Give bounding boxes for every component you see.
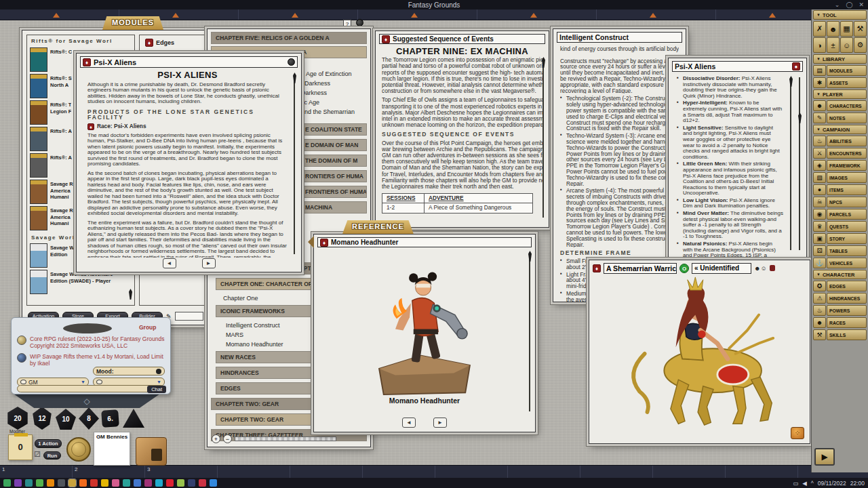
sidebar-item-parcels[interactable]: ◉PARCELS [813, 209, 867, 220]
close-knob-icon[interactable] [356, 19, 363, 26]
sidebar-item-tables[interactable]: ⚄TABLES [813, 245, 867, 256]
vertical-scrollbar[interactable] [790, 77, 791, 250]
taskbar-app-icon[interactable] [14, 479, 22, 487]
sidebar-item-notes[interactable]: ✎NOTES [813, 113, 867, 123]
sidebar-item-npcs[interactable]: ☠NPCS [813, 197, 867, 207]
minimize-icon[interactable]: ⌄ [835, 0, 840, 9]
taskbar-app-icon[interactable] [210, 479, 217, 487]
maximize-icon[interactable]: ◯ [846, 0, 852, 9]
taskbar-app-icon[interactable] [90, 479, 98, 487]
sidebar-expand-button[interactable]: ▶ [814, 448, 835, 466]
gm-bennies-card[interactable]: GM Bennies [94, 432, 130, 466]
sidebar-item-characters[interactable]: ☻CHARACTERS [813, 100, 867, 111]
sidebar-item-quests[interactable]: ♛QUESTS [813, 221, 867, 232]
toc-chapter-band[interactable]: CHAPTER FIVE: RELICS OF A GOLDEN A [211, 32, 367, 44]
taskbar-app-icon[interactable] [36, 479, 43, 487]
sidebar-item-powers[interactable]: ♨POWERS [813, 305, 867, 316]
hotbar-bottom[interactable]: 1 2 3 [0, 465, 868, 478]
prev-page-button[interactable]: ◄ [402, 418, 416, 428]
sidebar-item-story[interactable]: ▣STORY [813, 233, 867, 244]
sidebar-section-character[interactable]: ▼CHARACTER [813, 270, 867, 279]
gear-icon[interactable]: ⚙ [854, 37, 867, 53]
modifier-box[interactable]: 0 [8, 434, 33, 460]
taskbar-app-icon[interactable] [144, 479, 152, 487]
sidebar-item-items[interactable]: ●ITEMS [813, 184, 867, 195]
table-cell[interactable]: A Piece of Something Dangerous [425, 203, 533, 213]
vertical-scrollbar[interactable] [529, 252, 530, 411]
close-knob-icon[interactable] [288, 58, 295, 66]
zoom-out-button[interactable]: − [223, 434, 232, 443]
party-icon[interactable]: ☻ [827, 21, 840, 37]
tab-reference[interactable]: REFERENCE [342, 220, 414, 234]
close-icon[interactable]: ✕ [859, 0, 864, 9]
taskbar-app-icon[interactable] [155, 479, 163, 487]
run-button[interactable]: Run [43, 451, 61, 460]
sidebar-item-framework[interactable]: ◈FRAMEWORK [813, 160, 867, 171]
sidebar-item-modules[interactable]: ▤MODULES [813, 65, 867, 76]
taskbar-app-icon[interactable] [58, 479, 65, 487]
chat-entry-input[interactable] [17, 385, 165, 392]
module-list-item[interactable]: Savage Worlds Adventure Edition (SWADE) … [30, 270, 132, 294]
zoom-in-button[interactable]: + [212, 434, 220, 443]
sidebar-section-library[interactable]: ▼LIBRARY [813, 54, 867, 64]
taskbar-app-icon[interactable] [112, 479, 119, 487]
taskbar-app-icon[interactable] [166, 479, 174, 487]
sidebar-section-player[interactable]: ▼PLAYER [813, 89, 867, 99]
sidebar-item-hindrances[interactable]: ⚠HINDRANCES [813, 293, 867, 304]
taskbar-app-icon[interactable] [47, 479, 54, 487]
resize-grip-icon[interactable]: ⁘ [791, 427, 804, 439]
taskbar-app-icon-active[interactable] [68, 479, 76, 487]
chat-tray-icon[interactable]: ▭ [793, 480, 798, 487]
sidebar-item-assets[interactable]: ✱ASSETS [813, 77, 867, 88]
sidebar-item-edges[interactable]: ✪EDGES [813, 281, 867, 291]
taskbar-app-icon[interactable] [199, 479, 206, 487]
tray-expand-icon[interactable]: ^ [811, 480, 814, 487]
sidebar-item-encounters[interactable]: ⚔ENCOUNTERS [813, 148, 867, 159]
tab-modules[interactable]: MODULES [102, 16, 163, 30]
taskbar-app-icon[interactable] [134, 479, 141, 487]
modifier-icon[interactable]: ± [827, 37, 840, 53]
d6-die[interactable]: 6. [101, 409, 119, 428]
volume-icon[interactable]: ◀ [802, 480, 807, 487]
prev-page-button[interactable]: ◄ [163, 258, 176, 268]
benny-coin[interactable] [66, 437, 91, 462]
npc-name-field[interactable]: A Shemarrian Warric [604, 263, 677, 274]
taskbar-app-icon[interactable] [177, 479, 184, 487]
help-button[interactable]: ? [343, 20, 351, 28]
sidebar-item-races[interactable]: ☻RACES [813, 317, 867, 328]
sidebar-item-images[interactable]: ▧IMAGES [813, 172, 867, 183]
taskbar-app-icon[interactable] [25, 479, 33, 487]
sidebar-section-campaign[interactable]: ▼CAMPAIGN [813, 125, 867, 134]
wrench-icon[interactable]: ⚒ [854, 21, 867, 37]
effects-icon[interactable]: ☺ [840, 37, 853, 53]
palette-icon[interactable]: ◑ [813, 37, 826, 53]
race-link[interactable]: ♦ Race: Psi-X Aliens [87, 123, 288, 130]
calendar-icon[interactable]: ▦ [840, 21, 853, 37]
mood-input[interactable]: Mood: [93, 367, 165, 375]
vertical-scrollbar[interactable] [542, 58, 544, 218]
next-page-button[interactable]: ► [202, 258, 216, 268]
sidebar-item-abilities[interactable]: ♨ABILITIES [813, 136, 867, 146]
sidebar-section-tool[interactable]: ▼TOOL [813, 10, 867, 20]
card-shoe[interactable] [136, 437, 167, 466]
vertical-scrollbar[interactable] [294, 74, 295, 254]
module-search-input[interactable] [175, 312, 203, 321]
taskbar-app-icon[interactable] [188, 479, 195, 487]
taskbar-app-icon[interactable] [3, 479, 11, 487]
chat-tab[interactable]: Chat [147, 386, 166, 393]
lock-icon[interactable]: ● [792, 62, 800, 70]
vertical-scrollbar[interactable] [799, 77, 800, 250]
sidebar-item-vehicles[interactable]: ⚓VEHICLES [813, 258, 867, 268]
sidebar-item-skills[interactable]: ⚒SKILLS [813, 329, 867, 340]
lock-icon[interactable] [770, 265, 775, 271]
taskbar-app-icon[interactable] [101, 479, 108, 487]
faces-icon[interactable]: ☻☺ [754, 265, 767, 272]
next-page-button[interactable]: ► [433, 418, 447, 428]
token-icon[interactable]: O [679, 264, 689, 273]
crossed-axes-icon[interactable]: ✗ [813, 21, 826, 37]
action-button[interactable]: 1 Action [35, 439, 62, 448]
identified-name-field[interactable]: « Unidentified [692, 263, 751, 274]
horizontal-scrollbar[interactable] [235, 436, 336, 441]
taskbar-app-icon[interactable] [79, 479, 87, 487]
taskbar-app-icon[interactable] [123, 479, 130, 487]
